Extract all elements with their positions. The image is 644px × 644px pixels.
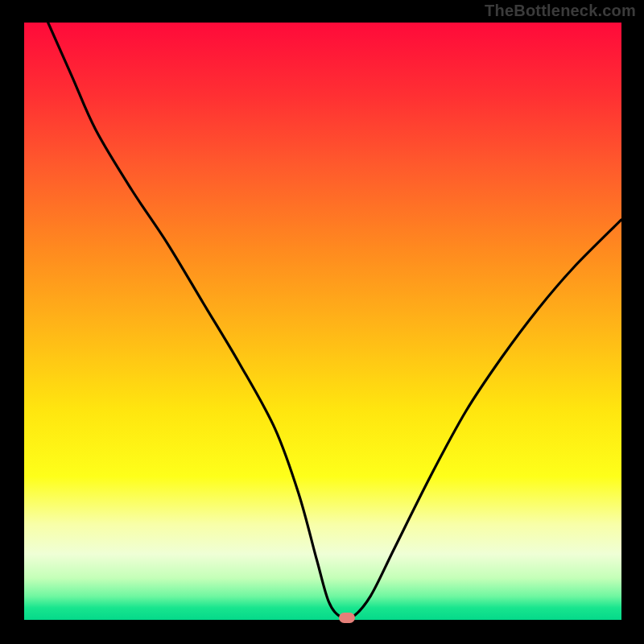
optimal-point-marker [339,613,355,623]
plot-area [24,23,621,620]
bottleneck-curve [24,23,621,620]
watermark-text: TheBottleneck.com [485,2,636,20]
chart-frame: TheBottleneck.com [0,0,644,644]
